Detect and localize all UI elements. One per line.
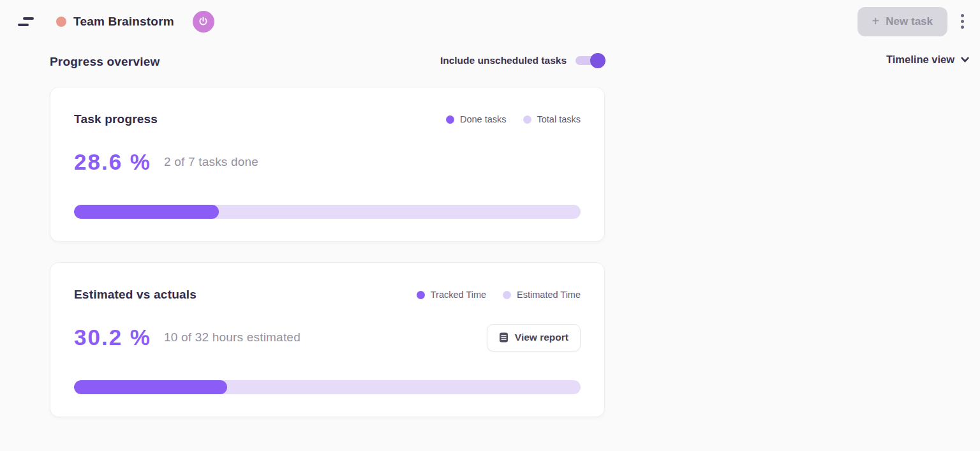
project-color-dot — [56, 17, 66, 27]
start-timer-button[interactable] — [193, 11, 214, 33]
view-report-label: View report — [515, 332, 568, 343]
report-icon — [499, 332, 509, 343]
top-header: Team Brainstorm + New task — [0, 0, 980, 43]
progress-caption: 10 of 32 hours estimated — [164, 330, 301, 344]
view-mode-label: Timeline view — [886, 54, 954, 66]
toggle-label: Include unscheduled tasks — [440, 55, 567, 66]
legend-label: Tracked Time — [431, 290, 486, 300]
project-title: Team Brainstorm — [73, 15, 174, 29]
legend-item-tracked-time: Tracked Time — [417, 290, 486, 300]
new-task-label: New task — [886, 15, 933, 28]
legend-dot — [417, 291, 425, 299]
sub-header: Progress overview Include unscheduled ta… — [0, 51, 980, 77]
toggle-knob — [590, 53, 605, 68]
legend: Tracked Time Estimated Time — [417, 290, 581, 300]
legend-label: Done tasks — [460, 114, 507, 124]
cards-container: Task progress Done tasks Total tasks 28.… — [50, 87, 605, 417]
progress-percentage: 28.6 % — [74, 149, 151, 175]
more-options-kebab-icon[interactable] — [954, 11, 970, 33]
task-progress-card: Task progress Done tasks Total tasks 28.… — [50, 87, 605, 242]
legend-item-estimated-time: Estimated Time — [503, 290, 581, 300]
progress-caption: 2 of 7 tasks done — [164, 155, 258, 169]
card-title: Task progress — [74, 112, 158, 126]
plus-icon: + — [872, 15, 880, 27]
estimated-vs-actuals-card: Estimated vs actuals Tracked Time Estima… — [50, 262, 605, 417]
menu-icon[interactable] — [18, 17, 34, 27]
page-title: Progress overview — [50, 55, 160, 69]
legend-item-done-tasks: Done tasks — [446, 114, 507, 124]
time-progress-bar — [74, 380, 581, 394]
view-mode-dropdown[interactable]: Timeline view — [886, 54, 970, 66]
task-progress-bar-fill — [74, 205, 219, 219]
time-progress-bar-fill — [74, 380, 227, 394]
legend: Done tasks Total tasks — [446, 114, 581, 124]
legend-dot — [523, 115, 531, 124]
legend-label: Estimated Time — [517, 290, 581, 300]
unscheduled-toggle-group: Include unscheduled tasks — [440, 55, 605, 66]
progress-percentage: 30.2 % — [74, 325, 151, 350]
legend-label: Total tasks — [537, 114, 581, 124]
task-progress-bar — [74, 205, 581, 219]
chevron-down-icon — [960, 55, 970, 64]
power-icon — [198, 16, 209, 27]
view-report-button[interactable]: View report — [487, 324, 581, 351]
include-unscheduled-toggle[interactable] — [575, 56, 605, 65]
card-title: Estimated vs actuals — [74, 288, 197, 302]
new-task-button[interactable]: + New task — [858, 7, 947, 36]
legend-item-total-tasks: Total tasks — [523, 114, 581, 124]
legend-dot — [446, 115, 454, 124]
legend-dot — [503, 291, 511, 299]
